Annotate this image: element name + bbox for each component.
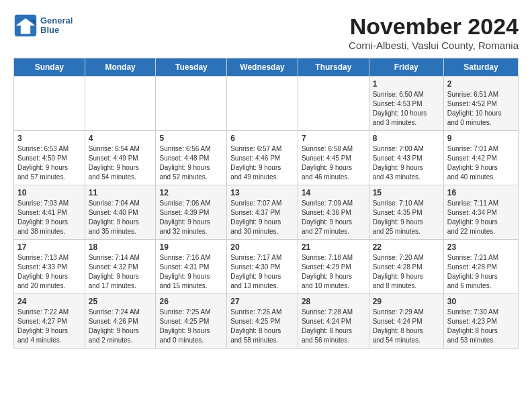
day-number: 27 <box>230 297 294 306</box>
calendar-cell: 17Sunrise: 7:13 AM Sunset: 4:33 PM Dayli… <box>14 240 85 294</box>
day-info: Sunrise: 6:53 AM Sunset: 4:50 PM Dayligh… <box>17 144 81 182</box>
day-number: 28 <box>302 297 365 306</box>
day-info: Sunrise: 7:25 AM Sunset: 4:25 PM Dayligh… <box>159 308 223 345</box>
calendar-cell <box>227 77 298 131</box>
day-number: 20 <box>230 242 294 252</box>
calendar-cell: 6Sunrise: 6:57 AM Sunset: 4:46 PM Daylig… <box>227 131 298 185</box>
day-info: Sunrise: 7:13 AM Sunset: 4:33 PM Dayligh… <box>17 253 81 291</box>
day-info: Sunrise: 7:14 AM Sunset: 4:32 PM Dayligh… <box>89 253 152 291</box>
calendar-cell: 24Sunrise: 7:22 AM Sunset: 4:27 PM Dayli… <box>14 294 85 349</box>
day-number: 16 <box>447 188 515 197</box>
day-number: 15 <box>373 188 440 197</box>
day-number: 4 <box>89 134 152 143</box>
day-number: 29 <box>373 297 440 306</box>
subtitle: Corni-Albesti, Vaslui County, Romania <box>349 40 519 51</box>
day-info: Sunrise: 7:01 AM Sunset: 4:42 PM Dayligh… <box>447 144 515 182</box>
day-info: Sunrise: 7:18 AM Sunset: 4:29 PM Dayligh… <box>302 253 365 291</box>
day-info: Sunrise: 7:30 AM Sunset: 4:23 PM Dayligh… <box>447 308 515 345</box>
day-info: Sunrise: 7:20 AM Sunset: 4:28 PM Dayligh… <box>373 253 440 291</box>
weekday-header: Thursday <box>298 58 369 77</box>
weekday-header: Saturday <box>443 58 518 77</box>
calendar-cell: 23Sunrise: 7:21 AM Sunset: 4:28 PM Dayli… <box>443 240 518 294</box>
day-number: 3 <box>17 134 81 143</box>
calendar-cell: 5Sunrise: 6:56 AM Sunset: 4:48 PM Daylig… <box>156 131 227 185</box>
day-number: 25 <box>89 297 152 306</box>
calendar-cell <box>298 77 369 131</box>
logo-icon <box>13 13 38 38</box>
day-number: 23 <box>447 242 515 252</box>
calendar-cell: 19Sunrise: 7:16 AM Sunset: 4:31 PM Dayli… <box>156 240 227 294</box>
day-info: Sunrise: 7:16 AM Sunset: 4:31 PM Dayligh… <box>159 253 223 291</box>
main-title: November 2024 <box>349 13 519 40</box>
logo-text: General Blue <box>40 16 73 36</box>
calendar-cell: 26Sunrise: 7:25 AM Sunset: 4:25 PM Dayli… <box>156 294 227 349</box>
day-number: 12 <box>159 188 223 197</box>
calendar-cell <box>14 77 85 131</box>
day-number: 24 <box>17 297 81 306</box>
calendar-cell: 15Sunrise: 7:10 AM Sunset: 4:35 PM Dayli… <box>369 185 443 240</box>
calendar-cell <box>156 77 227 131</box>
calendar-cell: 29Sunrise: 7:29 AM Sunset: 4:24 PM Dayli… <box>369 294 443 349</box>
day-info: Sunrise: 7:26 AM Sunset: 4:25 PM Dayligh… <box>230 308 294 345</box>
day-number: 14 <box>302 188 365 197</box>
logo-line2: Blue <box>40 26 73 35</box>
day-number: 30 <box>447 297 515 306</box>
header: General Blue November 2024 Corni-Albesti… <box>13 13 519 51</box>
day-number: 6 <box>230 134 294 143</box>
day-number: 9 <box>447 134 515 143</box>
calendar-week-row: 10Sunrise: 7:03 AM Sunset: 4:41 PM Dayli… <box>14 185 519 240</box>
day-info: Sunrise: 7:04 AM Sunset: 4:40 PM Dayligh… <box>89 199 152 236</box>
day-info: Sunrise: 7:21 AM Sunset: 4:28 PM Dayligh… <box>447 253 515 291</box>
calendar-header: SundayMondayTuesdayWednesdayThursdayFrid… <box>14 58 519 77</box>
day-number: 18 <box>89 242 152 252</box>
weekday-header: Sunday <box>14 58 85 77</box>
calendar-body: 1Sunrise: 6:50 AM Sunset: 4:53 PM Daylig… <box>14 77 519 349</box>
day-number: 19 <box>159 242 223 252</box>
calendar-cell: 7Sunrise: 6:58 AM Sunset: 4:45 PM Daylig… <box>298 131 369 185</box>
day-number: 13 <box>230 188 294 197</box>
day-number: 21 <box>302 242 365 252</box>
day-number: 22 <box>373 242 440 252</box>
day-number: 11 <box>89 188 152 197</box>
day-info: Sunrise: 6:50 AM Sunset: 4:53 PM Dayligh… <box>373 90 440 128</box>
weekday-header: Monday <box>85 58 156 77</box>
calendar-cell: 3Sunrise: 6:53 AM Sunset: 4:50 PM Daylig… <box>14 131 85 185</box>
calendar-cell: 27Sunrise: 7:26 AM Sunset: 4:25 PM Dayli… <box>227 294 298 349</box>
day-info: Sunrise: 6:51 AM Sunset: 4:52 PM Dayligh… <box>447 90 515 128</box>
calendar-cell: 16Sunrise: 7:11 AM Sunset: 4:34 PM Dayli… <box>443 185 518 240</box>
day-info: Sunrise: 7:00 AM Sunset: 4:43 PM Dayligh… <box>373 144 440 182</box>
day-info: Sunrise: 6:57 AM Sunset: 4:46 PM Dayligh… <box>230 144 294 182</box>
day-info: Sunrise: 6:56 AM Sunset: 4:48 PM Dayligh… <box>159 144 223 182</box>
logo-line1: General <box>40 16 73 26</box>
calendar-cell: 14Sunrise: 7:09 AM Sunset: 4:36 PM Dayli… <box>298 185 369 240</box>
calendar-week-row: 17Sunrise: 7:13 AM Sunset: 4:33 PM Dayli… <box>14 240 519 294</box>
calendar-cell: 21Sunrise: 7:18 AM Sunset: 4:29 PM Dayli… <box>298 240 369 294</box>
calendar-cell: 22Sunrise: 7:20 AM Sunset: 4:28 PM Dayli… <box>369 240 443 294</box>
day-number: 8 <box>373 134 440 143</box>
weekday-header: Tuesday <box>156 58 227 77</box>
day-info: Sunrise: 7:24 AM Sunset: 4:26 PM Dayligh… <box>89 308 152 345</box>
day-info: Sunrise: 7:09 AM Sunset: 4:36 PM Dayligh… <box>302 199 365 236</box>
day-info: Sunrise: 7:22 AM Sunset: 4:27 PM Dayligh… <box>17 308 81 345</box>
calendar-cell <box>85 77 156 131</box>
calendar-cell: 18Sunrise: 7:14 AM Sunset: 4:32 PM Dayli… <box>85 240 156 294</box>
day-info: Sunrise: 7:06 AM Sunset: 4:39 PM Dayligh… <box>159 199 223 236</box>
calendar-cell: 20Sunrise: 7:17 AM Sunset: 4:30 PM Dayli… <box>227 240 298 294</box>
calendar-cell: 11Sunrise: 7:04 AM Sunset: 4:40 PM Dayli… <box>85 185 156 240</box>
calendar-week-row: 24Sunrise: 7:22 AM Sunset: 4:27 PM Dayli… <box>14 294 519 349</box>
calendar-cell: 1Sunrise: 6:50 AM Sunset: 4:53 PM Daylig… <box>369 77 443 131</box>
calendar-cell: 28Sunrise: 7:28 AM Sunset: 4:24 PM Dayli… <box>298 294 369 349</box>
day-info: Sunrise: 7:03 AM Sunset: 4:41 PM Dayligh… <box>17 199 81 236</box>
weekday-header: Friday <box>369 58 443 77</box>
day-info: Sunrise: 7:11 AM Sunset: 4:34 PM Dayligh… <box>447 199 515 236</box>
day-number: 10 <box>17 188 81 197</box>
calendar-week-row: 1Sunrise: 6:50 AM Sunset: 4:53 PM Daylig… <box>14 77 519 131</box>
calendar-cell: 12Sunrise: 7:06 AM Sunset: 4:39 PM Dayli… <box>156 185 227 240</box>
day-number: 1 <box>373 79 440 89</box>
day-info: Sunrise: 6:54 AM Sunset: 4:49 PM Dayligh… <box>89 144 152 182</box>
title-area: November 2024 Corni-Albesti, Vaslui Coun… <box>349 13 519 51</box>
day-number: 7 <box>302 134 365 143</box>
calendar-cell: 13Sunrise: 7:07 AM Sunset: 4:37 PM Dayli… <box>227 185 298 240</box>
calendar-cell: 30Sunrise: 7:30 AM Sunset: 4:23 PM Dayli… <box>443 294 518 349</box>
day-number: 5 <box>159 134 223 143</box>
